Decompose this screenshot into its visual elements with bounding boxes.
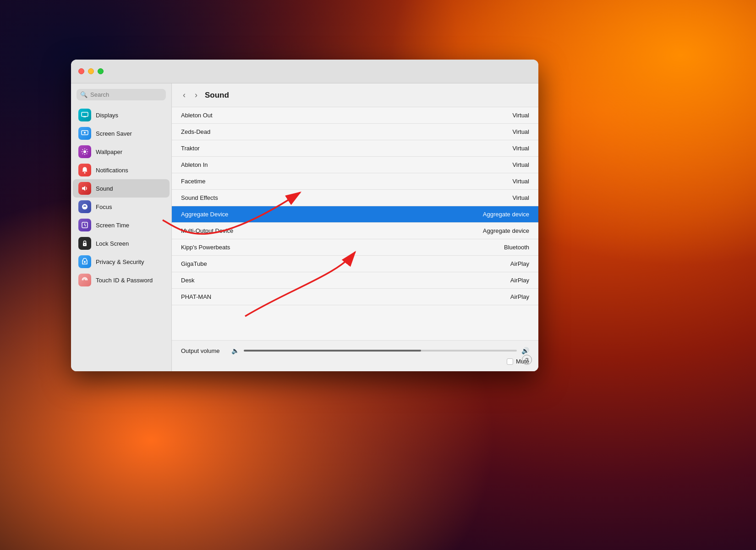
svg-point-10 [82,149,83,150]
svg-point-11 [87,154,88,154]
device-name: PHAT-MAN [181,293,510,300]
device-row[interactable]: Ableton InVirtual [172,157,538,173]
device-name: Facetime [181,178,512,185]
device-row[interactable]: TraktorVirtual [172,140,538,157]
device-row[interactable]: FacetimeVirtual [172,173,538,190]
touchid-label: Touch ID & Password [96,277,153,284]
displays-label: Displays [96,112,118,119]
search-icon: 🔍 [80,91,88,98]
svg-point-12 [87,149,88,150]
device-row[interactable]: Sound EffectsVirtual [172,190,538,206]
sidebar-item-screentime[interactable]: Screen Time [73,216,170,234]
screensaver-label: Screen Saver [96,130,132,137]
screensaver-icon [78,127,91,140]
focus-label: Focus [96,204,112,210]
system-preferences-window: 🔍 Displays Screen Saver Wal [71,60,538,371]
svg-point-5 [83,150,86,153]
notifications-icon [78,164,91,176]
notifications-label: Notifications [96,167,128,174]
screentime-label: Screen Time [96,222,129,229]
device-name: Traktor [181,145,512,152]
sidebar-item-screensaver[interactable]: Screen Saver [73,124,170,143]
volume-slider[interactable] [244,350,517,352]
screentime-icon [78,219,91,231]
volume-slider-fill [244,350,421,352]
device-type: AirPlay [510,260,529,267]
device-list: Ableton OutVirtualZeds-DeadVirtualTrakto… [172,107,538,340]
sidebar-item-lockscreen[interactable]: Lock Screen [73,234,170,253]
sidebar-item-focus[interactable]: Focus [73,198,170,216]
mute-row: Mute [181,358,529,365]
device-name: Ableton Out [181,112,512,119]
back-button[interactable]: ‹ [181,89,187,101]
search-input[interactable] [90,91,162,98]
svg-point-4 [84,132,86,134]
device-type: Aggregate device [483,211,529,218]
privacy-icon [78,255,91,268]
device-row[interactable]: GigaTubeAirPlay [172,256,538,272]
svg-point-6 [84,148,85,149]
sidebar-item-privacy[interactable]: Privacy & Security [73,253,170,271]
maximize-button[interactable] [98,68,104,74]
device-name: Ableton In [181,161,512,168]
device-row[interactable]: Zeds-DeadVirtual [172,124,538,140]
device-row[interactable]: Multi-Output DeviceAggregate device [172,223,538,239]
device-name: Kipp's Powerbeats [181,244,504,251]
device-type: Virtual [512,128,529,135]
sidebar-item-touchid[interactable]: Touch ID & Password [73,271,170,289]
sound-label: Sound [96,185,113,192]
device-type: Bluetooth [504,244,529,251]
sidebar-item-notifications[interactable]: Notifications [73,161,170,179]
device-name: Sound Effects [181,194,512,201]
lockscreen-label: Lock Screen [96,240,129,247]
wallpaper-icon [78,145,91,158]
sidebar-item-displays[interactable]: Displays [73,106,170,124]
device-row[interactable]: PHAT-MANAirPlay [172,289,538,305]
device-row[interactable]: Ableton OutVirtual [172,107,538,124]
minimize-button[interactable] [88,68,94,74]
close-button[interactable] [78,68,84,74]
search-bar[interactable]: 🔍 [77,89,166,100]
svg-point-9 [87,151,88,152]
device-row[interactable]: DeskAirPlay [172,272,538,289]
device-name: Multi-Output Device [181,227,483,234]
output-volume-label: Output volume [181,347,227,354]
content-header: ‹ › Sound [172,83,538,107]
svg-point-8 [82,151,82,152]
sidebar-item-wallpaper[interactable]: Wallpaper [73,143,170,161]
touchid-icon [78,274,91,286]
displays-icon [78,109,91,121]
device-type: Virtual [512,178,529,185]
window-body: 🔍 Displays Screen Saver Wal [71,83,538,371]
device-type: Virtual [512,161,529,168]
svg-point-13 [82,154,83,154]
svg-rect-0 [82,112,88,116]
volume-min-icon: 🔈 [231,347,239,354]
lockscreen-icon [78,237,91,250]
device-type: Virtual [512,145,529,152]
title-bar [71,60,538,83]
svg-point-14 [84,172,86,174]
svg-point-17 [84,244,85,245]
device-name: GigaTube [181,260,510,267]
volume-section: Output volume 🔈 🔊 Mute [172,340,538,371]
traffic-lights [78,68,104,74]
focus-icon [78,200,91,213]
device-type: Virtual [512,194,529,201]
wallpaper-label: Wallpaper [96,148,122,155]
volume-max-icon: 🔊 [521,347,529,354]
device-row[interactable]: Aggregate DeviceAggregate device [172,206,538,223]
device-type: Virtual [512,112,529,119]
privacy-label: Privacy & Security [96,258,144,265]
help-button[interactable]: ? [522,355,532,365]
svg-point-7 [84,154,85,155]
device-name: Aggregate Device [181,211,483,218]
mute-checkbox[interactable] [507,358,513,365]
sidebar: 🔍 Displays Screen Saver Wal [71,83,172,371]
sound-icon [78,182,91,195]
forward-button[interactable]: › [193,89,199,101]
device-name: Desk [181,277,510,284]
sidebar-item-sound[interactable]: Sound [73,179,170,198]
device-row[interactable]: Kipp's PowerbeatsBluetooth [172,239,538,256]
device-type: AirPlay [510,277,529,284]
